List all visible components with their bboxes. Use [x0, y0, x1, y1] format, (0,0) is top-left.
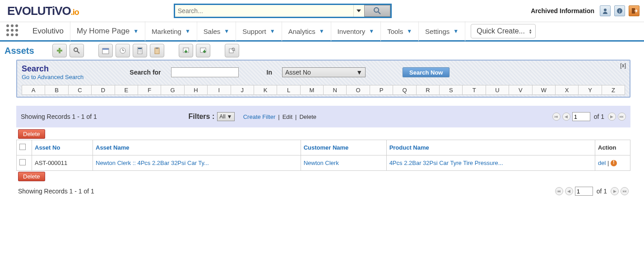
create-filter-link[interactable]: Create Filter — [243, 113, 276, 120]
edit-filter[interactable]: Edit — [283, 113, 292, 120]
alpha-s[interactable]: S — [439, 85, 462, 95]
pager-next[interactable]: ▶ — [608, 113, 616, 121]
nav-sales[interactable]: Sales▼ — [197, 21, 236, 41]
brand-logo[interactable]: EVOLUTiVO.io — [7, 4, 79, 18]
alpha-y[interactable]: Y — [578, 85, 601, 95]
calculator-icon — [136, 47, 144, 54]
nav-support[interactable]: Support▼ — [236, 21, 282, 41]
search-for-input[interactable] — [171, 67, 239, 77]
records-count-bottom: Showing Records 1 - 1 of 1 — [18, 188, 94, 195]
alpha-m[interactable]: M — [300, 85, 323, 95]
warning-icon[interactable] — [611, 160, 617, 166]
alpha-g[interactable]: G — [161, 85, 184, 95]
plus-icon — [56, 47, 63, 54]
search-field-select[interactable]: Asset No ▼ — [282, 67, 366, 77]
global-search-input[interactable] — [175, 5, 353, 17]
clock-button[interactable] — [116, 44, 130, 57]
nav-settings[interactable]: Settings▼ — [419, 21, 465, 41]
info-icon[interactable]: i — [614, 5, 625, 16]
svg-line-2 — [378, 12, 380, 14]
alpha-z[interactable]: Z — [602, 85, 625, 95]
nav-marketing[interactable]: Marketing▼ — [145, 21, 197, 41]
alpha-j[interactable]: J — [231, 85, 254, 95]
duplicate-search-icon — [228, 47, 236, 54]
pager-prev-bottom[interactable]: ◀ — [565, 187, 573, 195]
col-assetno[interactable]: Asset No — [35, 144, 60, 151]
alpha-f[interactable]: F — [138, 85, 161, 95]
logout-icon[interactable] — [629, 5, 639, 16]
alpha-e[interactable]: E — [115, 85, 138, 95]
col-assetname[interactable]: Asset Name — [96, 144, 129, 151]
nav-myhome[interactable]: My Home Page▼ — [70, 21, 145, 41]
user-icon[interactable] — [600, 5, 611, 16]
alpha-v[interactable]: V — [509, 85, 532, 95]
global-search-button[interactable] — [364, 5, 390, 17]
svg-rect-12 — [102, 48, 109, 50]
cell-assetname[interactable]: Newton Clerk :: 4Pcs 2.2Bar 32Psi Car Ty… — [96, 160, 209, 166]
topbar: EVOLUTiVO.io Archived Information i — [0, 0, 644, 22]
global-search-dropdown[interactable] — [353, 5, 364, 17]
chevron-down-icon: ▼ — [453, 28, 459, 34]
alpha-n[interactable]: N — [323, 85, 346, 95]
page-total-bottom: of 1 — [597, 188, 607, 195]
delete-filter[interactable]: Delete — [299, 113, 316, 120]
svg-rect-6 — [632, 8, 635, 14]
find-duplicates-button[interactable] — [225, 44, 239, 57]
search-records-button[interactable] — [69, 44, 84, 57]
calendar-icon — [102, 47, 109, 54]
cell-customer[interactable]: Newton Clerk — [304, 160, 339, 166]
svg-point-1 — [374, 8, 379, 12]
import-button[interactable] — [179, 44, 193, 57]
pager-first[interactable]: ⏮ — [552, 113, 561, 121]
alpha-i[interactable]: I — [207, 85, 230, 95]
chevron-down-icon: ▼ — [224, 28, 229, 34]
delete-button-bottom[interactable]: Delete — [18, 172, 45, 181]
quick-create-button[interactable]: Quick Create... ▴▾ — [471, 24, 536, 38]
alpha-x[interactable]: X — [555, 85, 578, 95]
pager-top: ⏮ ◀ of 1 ▶ ⏭ — [552, 112, 626, 121]
nav-analytics[interactable]: Analytics▼ — [282, 21, 331, 41]
alpha-c[interactable]: C — [68, 85, 91, 95]
pager-prev[interactable]: ◀ — [562, 113, 570, 121]
alpha-l[interactable]: L — [277, 85, 300, 95]
pager-last[interactable]: ⏭ — [618, 113, 626, 121]
clipboard-button[interactable] — [150, 44, 164, 57]
create-record-button[interactable] — [52, 44, 67, 57]
row-checkbox[interactable] — [19, 159, 26, 165]
alpha-u[interactable]: U — [486, 85, 509, 95]
alpha-t[interactable]: T — [462, 85, 485, 95]
close-search-panel[interactable]: [x] — [620, 62, 626, 69]
row-del-link[interactable]: del — [598, 160, 606, 166]
alpha-k[interactable]: K — [254, 85, 277, 95]
advanced-search-link[interactable]: Go to Advanced Search — [22, 74, 83, 80]
select-all-checkbox[interactable] — [19, 144, 26, 150]
alpha-o[interactable]: O — [346, 85, 369, 95]
alpha-a[interactable]: A — [22, 85, 45, 95]
search-now-button[interactable]: Search Now — [403, 67, 449, 77]
alpha-d[interactable]: D — [91, 85, 114, 95]
alpha-r[interactable]: R — [416, 85, 439, 95]
delete-button-top[interactable]: Delete — [18, 129, 45, 139]
pager-last-bottom[interactable]: ⏭ — [621, 187, 629, 195]
alpha-q[interactable]: Q — [393, 85, 416, 95]
view-select[interactable]: All▼ — [217, 112, 234, 121]
bottom-bar: Showing Records 1 - 1 of 1 ⏮ ◀ of 1 ▶ ⏭ — [16, 182, 630, 197]
alpha-w[interactable]: W — [532, 85, 555, 95]
calculator-button[interactable] — [133, 44, 147, 57]
alpha-b[interactable]: B — [45, 85, 68, 95]
alpha-h[interactable]: H — [184, 85, 207, 95]
nav-inventory[interactable]: Inventory▼ — [331, 21, 381, 41]
nav-brand[interactable]: Evolutivo — [26, 21, 70, 41]
export-button[interactable] — [196, 44, 210, 57]
pager-first-bottom[interactable]: ⏮ — [555, 187, 563, 195]
pager-next-bottom[interactable]: ▶ — [611, 187, 619, 195]
calendar-button[interactable] — [98, 44, 113, 57]
page-input[interactable] — [572, 112, 590, 121]
nav-tools[interactable]: Tools▼ — [381, 21, 419, 41]
col-product[interactable]: Product Name — [389, 144, 429, 151]
cell-product[interactable]: 4Pcs 2.2Bar 32Psi Car Tyre Tire Pressure… — [389, 160, 503, 166]
apps-menu-icon[interactable] — [6, 24, 20, 38]
page-input-bottom[interactable] — [575, 187, 593, 196]
alpha-p[interactable]: P — [370, 85, 393, 95]
col-customer[interactable]: Customer Name — [304, 144, 349, 151]
